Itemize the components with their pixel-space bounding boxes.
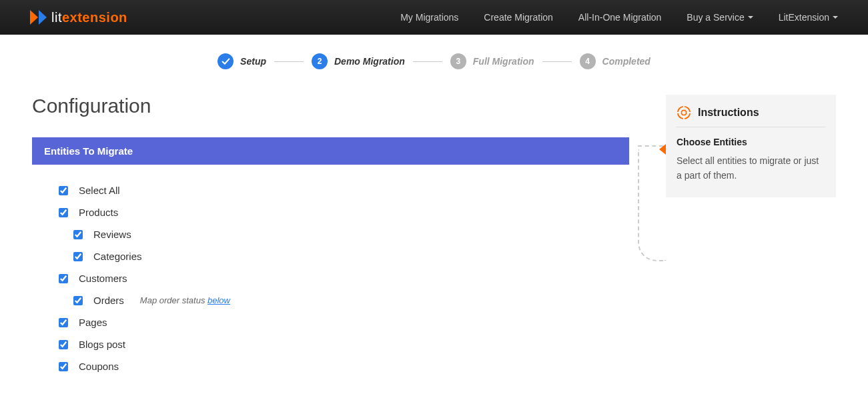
instructions-panel: Instructions Choose Entities Select all … bbox=[666, 95, 836, 197]
entity-label: Customers bbox=[79, 273, 127, 284]
entity-select-all: Select All bbox=[59, 185, 629, 196]
entity-label: Products bbox=[79, 207, 118, 218]
nav-buy-service[interactable]: Buy a Service bbox=[687, 12, 753, 23]
svg-rect-6 bbox=[677, 112, 681, 113]
step-label: Demo Migration bbox=[334, 56, 405, 67]
orders-below-link[interactable]: below bbox=[207, 295, 230, 305]
step-label: Completed bbox=[602, 56, 650, 67]
entity-blogs-post: Blogs post bbox=[59, 339, 629, 350]
nav-label: Create Migration bbox=[484, 12, 553, 23]
checkbox-products[interactable] bbox=[59, 208, 68, 217]
instructions-heading: Choose Entities bbox=[677, 137, 825, 147]
step-circle-active: 2 bbox=[312, 53, 328, 69]
main-column: Configuration Entities To Migrate Select… bbox=[32, 95, 629, 372]
nav-label: All-In-One Migration bbox=[578, 12, 662, 23]
svg-rect-4 bbox=[683, 106, 685, 110]
instructions-text: Select all entities to migrate or just a… bbox=[677, 154, 825, 183]
step-circle-done bbox=[218, 53, 234, 69]
step-num: 3 bbox=[456, 57, 460, 66]
logo-text: litextension bbox=[51, 10, 127, 25]
chevron-down-icon bbox=[748, 16, 753, 19]
checkbox-select-all[interactable] bbox=[59, 186, 68, 195]
panel-header: Instructions bbox=[677, 105, 825, 127]
entity-categories: Categories bbox=[73, 251, 629, 262]
entity-reviews: Reviews bbox=[73, 229, 629, 240]
checkbox-orders[interactable] bbox=[73, 296, 83, 305]
entity-products: Products bbox=[59, 207, 629, 218]
entity-label: Orders bbox=[93, 295, 124, 306]
lifebuoy-icon bbox=[677, 105, 691, 120]
step-full-migration[interactable]: 3 Full Migration bbox=[450, 53, 534, 69]
step-connector bbox=[542, 61, 572, 62]
entity-label: Pages bbox=[79, 317, 107, 328]
svg-point-3 bbox=[681, 110, 686, 115]
entity-label: Categories bbox=[93, 251, 142, 262]
step-connector bbox=[413, 61, 442, 62]
step-completed[interactable]: 4 Completed bbox=[580, 53, 650, 69]
step-num: 2 bbox=[318, 57, 322, 66]
checkbox-coupons[interactable] bbox=[59, 362, 68, 371]
step-demo-migration[interactable]: 2 Demo Migration bbox=[312, 53, 405, 69]
top-bar: litextension My Migrations Create Migrat… bbox=[0, 0, 868, 35]
checkbox-reviews[interactable] bbox=[73, 230, 83, 239]
instructions-title: Instructions bbox=[698, 107, 759, 119]
nav-create-migration[interactable]: Create Migration bbox=[484, 12, 553, 23]
step-label: Setup bbox=[240, 56, 266, 67]
connector-line bbox=[638, 149, 666, 261]
check-icon bbox=[222, 57, 230, 66]
page-title: Configuration bbox=[32, 95, 629, 117]
checkbox-blogs-post[interactable] bbox=[59, 340, 68, 349]
entity-label: Coupons bbox=[79, 361, 119, 372]
entity-orders: Orders Map order status below bbox=[73, 295, 629, 306]
logo-text-lit: lit bbox=[51, 10, 62, 25]
step-circle-pending: 3 bbox=[450, 53, 466, 69]
nav-all-in-one[interactable]: All-In-One Migration bbox=[578, 12, 662, 23]
content-area: Configuration Entities To Migrate Select… bbox=[0, 81, 868, 399]
logo-icon bbox=[30, 10, 47, 25]
nav-label: LitExtension bbox=[779, 12, 829, 23]
svg-marker-0 bbox=[30, 10, 38, 25]
nav-my-migrations[interactable]: My Migrations bbox=[400, 12, 458, 23]
hint-text: Map order status bbox=[140, 295, 207, 305]
checkbox-pages[interactable] bbox=[59, 318, 68, 327]
entity-label: Reviews bbox=[93, 229, 131, 240]
entities-list: Select All Products Reviews Categories C… bbox=[32, 165, 629, 372]
step-label: Full Migration bbox=[473, 56, 534, 67]
step-num: 4 bbox=[585, 57, 590, 66]
entity-coupons: Coupons bbox=[59, 361, 629, 372]
entity-label: Select All bbox=[79, 185, 120, 196]
top-nav: My Migrations Create Migration All-In-On… bbox=[400, 12, 838, 23]
pointer-icon bbox=[659, 144, 666, 155]
nav-label: My Migrations bbox=[400, 12, 458, 23]
nav-label: Buy a Service bbox=[687, 12, 744, 23]
svg-rect-7 bbox=[687, 112, 691, 113]
entity-customers: Customers bbox=[59, 273, 629, 284]
chevron-down-icon bbox=[833, 16, 838, 19]
entity-pages: Pages bbox=[59, 317, 629, 328]
orders-map-hint: Map order status below bbox=[140, 295, 230, 305]
wizard-steps: Setup 2 Demo Migration 3 Full Migration … bbox=[0, 35, 868, 81]
step-connector bbox=[274, 61, 304, 62]
logo[interactable]: litextension bbox=[30, 10, 127, 25]
svg-rect-5 bbox=[683, 116, 685, 120]
logo-text-ext: extension bbox=[62, 10, 127, 25]
step-circle-pending: 4 bbox=[580, 53, 596, 69]
checkbox-customers[interactable] bbox=[59, 274, 68, 283]
step-setup[interactable]: Setup bbox=[218, 53, 266, 69]
entity-label: Blogs post bbox=[79, 339, 125, 350]
checkbox-categories[interactable] bbox=[73, 252, 83, 261]
svg-marker-1 bbox=[39, 10, 47, 25]
section-entities-header: Entities To Migrate bbox=[32, 137, 629, 165]
nav-litextension[interactable]: LitExtension bbox=[779, 12, 838, 23]
instructions-sidebar: Instructions Choose Entities Select all … bbox=[666, 95, 836, 197]
